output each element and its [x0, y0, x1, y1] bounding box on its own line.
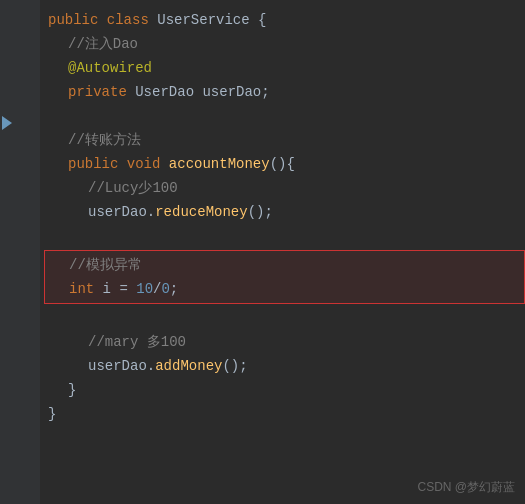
kw-int: int [69, 277, 103, 301]
code-line-1: public class UserService { [48, 8, 525, 32]
code-line-6: //转账方法 [48, 128, 525, 152]
method-accountmoney: accountMoney [169, 152, 270, 176]
annotation-autowired: @Autowired [68, 56, 152, 80]
code-line-3: @Autowired [48, 56, 525, 80]
kw-public: public [48, 8, 107, 32]
parens3: (); [222, 354, 247, 378]
slash: / [153, 277, 161, 301]
code-line-14: //mary 多100 [48, 330, 525, 354]
code-line-8: //Lucy少100 [48, 176, 525, 200]
comment-mary: //mary 多100 [88, 330, 186, 354]
comment-lucy: //Lucy少100 [88, 176, 178, 200]
kw-private: private [68, 80, 135, 104]
exception-block: //模拟异常 int i = 10 / 0 ; [44, 250, 525, 304]
brace-open: { [250, 8, 267, 32]
class-name: UserService [157, 8, 249, 32]
watermark: CSDN @梦幻蔚蓝 [417, 479, 515, 496]
semicolon1: ; [261, 80, 269, 104]
method-addmoney: addMoney [155, 354, 222, 378]
kw-public2: public [68, 152, 127, 176]
num-10: 10 [136, 277, 153, 301]
code-line-16: } [48, 378, 525, 402]
code-line-4: private UserDao userDao ; [48, 80, 525, 104]
brace-close1: } [68, 378, 76, 402]
kw-void: void [127, 152, 169, 176]
dot1: . [147, 200, 155, 224]
code-line-15: userDao . addMoney (); [48, 354, 525, 378]
semicolon2: ; [170, 277, 178, 301]
code-line-7: public void accountMoney (){ [48, 152, 525, 176]
method-reducemoney: reduceMoney [155, 200, 247, 224]
code-line-11: //模拟异常 [49, 253, 520, 277]
comment-exception: //模拟异常 [69, 253, 142, 277]
dot2: . [147, 354, 155, 378]
parens: (){ [270, 152, 295, 176]
code-line-2: //注入Dao [48, 32, 525, 56]
var-userdao2: userDao [88, 200, 147, 224]
code-line-13 [48, 306, 525, 330]
brace-close2: } [48, 402, 56, 426]
code-area[interactable]: public class UserService { //注入Dao @Auto… [40, 0, 525, 504]
comment-transfer: //转账方法 [68, 128, 141, 152]
var-i: i [103, 277, 111, 301]
kw-class: class [107, 8, 157, 32]
code-line-9: userDao . reduceMoney (); [48, 200, 525, 224]
code-line-5 [48, 104, 525, 128]
editor-container: public class UserService { //注入Dao @Auto… [0, 0, 525, 504]
var-userdao: userDao [202, 80, 261, 104]
code-line-10 [48, 224, 525, 248]
equals: = [111, 277, 136, 301]
line-gutter [0, 0, 40, 504]
code-line-12: int i = 10 / 0 ; [49, 277, 520, 301]
breakpoint-arrow [2, 116, 12, 130]
code-line-17: } [48, 402, 525, 426]
comment-inject: //注入Dao [68, 32, 138, 56]
num-0: 0 [161, 277, 169, 301]
type-userdao: UserDao [135, 80, 202, 104]
var-userdao3: userDao [88, 354, 147, 378]
parens2: (); [248, 200, 273, 224]
